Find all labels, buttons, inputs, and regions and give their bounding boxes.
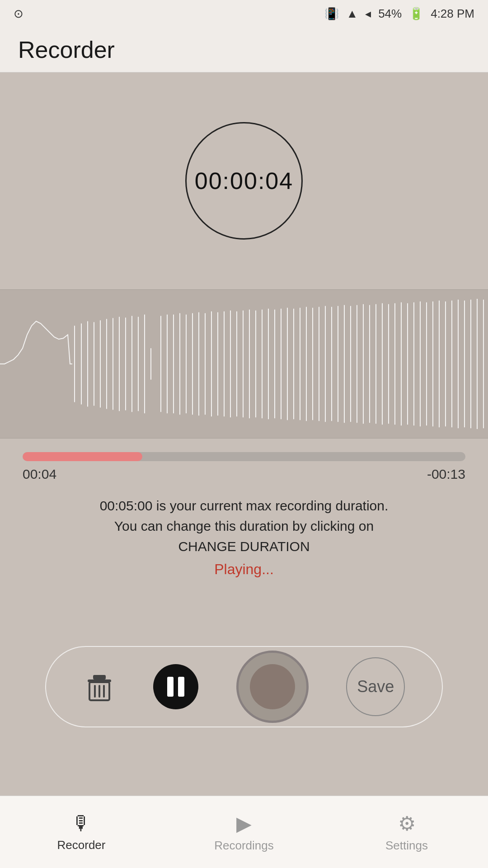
timer-circle: 00:00:04 <box>185 122 303 240</box>
trash-icon <box>83 670 116 703</box>
battery-icon: 🔋 <box>409 7 423 21</box>
progress-times: 00:04 -00:13 <box>23 467 465 482</box>
notification-icon: ⊙ <box>14 7 23 21</box>
waveform-svg <box>0 290 488 438</box>
pause-bar-left <box>167 677 174 697</box>
main-content: 00:00:04 <box>0 72 488 796</box>
nav-label-recorder: Recorder <box>57 838 106 852</box>
playing-status: Playing... <box>23 561 465 578</box>
controls-area: Save <box>0 591 488 796</box>
controls-oval: Save <box>45 646 443 727</box>
record-button[interactable] <box>236 651 309 723</box>
delete-button[interactable] <box>83 670 116 703</box>
max-duration-info: 00:05:00 is your current max recording d… <box>23 495 465 557</box>
signal-icon: ◂ <box>365 7 371 21</box>
time-text: 4:28 PM <box>431 7 474 21</box>
pause-bar-right <box>178 677 184 697</box>
nav-item-recordings[interactable]: ▶ Recordings <box>163 812 325 853</box>
nav-label-recordings: Recordings <box>214 839 274 853</box>
app-title: Recorder <box>18 36 115 63</box>
nav-label-settings: Settings <box>385 839 428 853</box>
nav-item-recorder[interactable]: 🎙 Recorder <box>0 812 163 852</box>
progress-bar-fill <box>23 452 142 461</box>
save-button-label: Save <box>357 677 394 696</box>
app-bar: Recorder <box>0 27 488 72</box>
waveform-area <box>0 289 488 439</box>
wifi-icon: ▲ <box>346 7 358 21</box>
nav-item-settings[interactable]: ⚙ Settings <box>325 812 488 853</box>
play-icon: ▶ <box>236 812 252 835</box>
vibrate-icon: 📳 <box>324 7 339 21</box>
save-button[interactable]: Save <box>346 657 405 716</box>
status-bar: ⊙ 📳 ▲ ◂ 54% 🔋 4:28 PM <box>0 0 488 27</box>
pause-button[interactable] <box>153 664 198 709</box>
record-inner-circle <box>250 664 295 709</box>
record-button-circle <box>236 651 309 723</box>
info-text-area: 00:05:00 is your current max recording d… <box>0 482 488 591</box>
remaining-time: -00:13 <box>427 467 465 482</box>
current-time: 00:04 <box>23 467 56 482</box>
timer-display: 00:00:04 <box>195 167 293 194</box>
microphone-icon: 🎙 <box>71 812 91 835</box>
pause-button-circle <box>153 664 198 709</box>
progress-area: 00:04 -00:13 <box>0 439 488 482</box>
save-button-circle: Save <box>346 657 405 716</box>
timer-area: 00:00:04 <box>0 72 488 289</box>
battery-text: 54% <box>378 7 402 21</box>
progress-bar-container[interactable] <box>23 452 465 461</box>
settings-icon: ⚙ <box>398 812 416 835</box>
bottom-nav: 🎙 Recorder ▶ Recordings ⚙ Settings <box>0 796 488 868</box>
pause-icon <box>167 677 184 697</box>
svg-rect-132 <box>93 675 106 679</box>
